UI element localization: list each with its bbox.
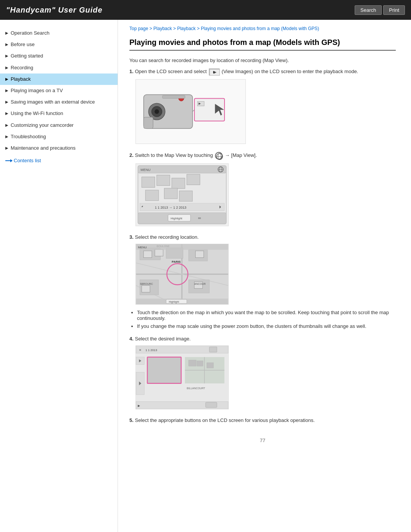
view-images-icon	[209, 69, 220, 75]
svg-text:1 1 2013: 1 1 2013	[145, 348, 157, 352]
map-globe-icon	[215, 152, 223, 160]
search-button[interactable]: Search	[355, 5, 382, 15]
sidebar-item-recording[interactable]: ▶ Recording	[0, 62, 118, 73]
sidebar-item-getting-started[interactable]: ▶ Getting started	[0, 50, 118, 62]
step-1: 1. Open the LCD screen and select (View …	[129, 69, 396, 145]
svg-text:MENU: MENU	[138, 246, 147, 249]
arrow-icon: ▶	[5, 53, 8, 59]
svg-rect-26	[187, 174, 200, 185]
step-1-text: 1. Open the LCD screen and select (View …	[129, 69, 396, 75]
step-2: 2. Switch to the Map View by touching → …	[129, 152, 396, 227]
diagram-1-camcorder	[135, 79, 396, 145]
svg-text:PARIS: PARIS	[172, 260, 181, 264]
arrow-icon: ▶	[5, 77, 8, 82]
svg-rect-8	[198, 101, 204, 106]
contents-list-link[interactable]: Contents list	[0, 154, 118, 166]
sidebar-item-before-use[interactable]: ▶ Before use	[0, 39, 118, 50]
svg-rect-24	[157, 175, 170, 186]
step-2-text: 2. Switch to the Map View by touching → …	[129, 152, 396, 160]
arrow-right-icon	[5, 160, 12, 161]
arrow-icon: ▶	[5, 134, 8, 139]
sidebar-item-maintenance[interactable]: ▶ Maintenance and precautions	[0, 142, 118, 154]
svg-rect-13	[162, 96, 185, 99]
sidebar-item-operation-search[interactable]: ▶ Operation Search	[0, 27, 118, 39]
bullet-2: If you change the map scale using the po…	[137, 323, 396, 329]
step-3: 3. Select the recording location.	[129, 234, 396, 329]
diagram-3-map: BOULONE PARIS ANCOUR SBROURC MENU Highli…	[135, 244, 396, 306]
svg-text:∞: ∞	[198, 216, 201, 220]
content-area: Top page > Playback > Playback > Playing…	[118, 20, 411, 532]
breadcrumb[interactable]: Top page > Playback > Playback > Playing…	[129, 26, 396, 31]
step-4-text: 4. Select the desired image.	[129, 336, 396, 342]
main-layout: ▶ Operation Search ▶ Before use ▶ Gettin…	[0, 20, 411, 532]
svg-point-5	[155, 109, 159, 114]
svg-rect-49	[143, 251, 152, 258]
svg-rect-27	[145, 190, 159, 201]
svg-rect-58	[136, 244, 228, 250]
diagram-4-selected: ✕ 1 1 2013	[135, 345, 396, 411]
header-buttons: Search Print	[355, 5, 405, 15]
svg-rect-11	[143, 117, 153, 129]
arrow-icon: ▶	[5, 123, 8, 128]
arrow-icon: ▶	[5, 42, 8, 47]
svg-text:ANCOUR: ANCOUR	[194, 283, 206, 285]
svg-rect-18	[138, 166, 226, 173]
svg-rect-28	[164, 188, 178, 199]
sidebar-item-troubleshooting[interactable]: ▶ Troubleshooting	[0, 131, 118, 142]
arrow-icon: ▶	[5, 88, 8, 93]
svg-rect-23	[142, 177, 155, 188]
arrow-icon: ▶	[5, 145, 8, 151]
svg-text:Highlight: Highlight	[169, 300, 179, 304]
sidebar: ▶ Operation Search ▶ Before use ▶ Gettin…	[0, 20, 118, 532]
bullet-1: Touch the direction on the map in which …	[137, 310, 396, 321]
arrow-icon: ▶	[5, 111, 8, 116]
svg-text:MENU: MENU	[140, 168, 150, 172]
arrow-icon: ▶	[5, 65, 8, 70]
arrow-icon: ▶	[5, 30, 8, 36]
svg-rect-51	[196, 251, 204, 258]
svg-rect-53	[142, 286, 150, 292]
page-title: Playing movies and photos from a map (Mo…	[129, 38, 396, 51]
svg-text:✕: ✕	[139, 348, 142, 352]
svg-rect-25	[172, 178, 185, 189]
step-5: 5. Select the appropriate buttons on the…	[129, 417, 396, 423]
step-5-text: 5. Select the appropriate buttons on the…	[129, 417, 396, 423]
sidebar-item-wifi[interactable]: ▶ Using the Wi-Fi function	[0, 108, 118, 119]
diagram-2-mapview: MENU 1 1 2013 → 1 2 2013	[135, 163, 396, 227]
svg-rect-81	[206, 402, 217, 407]
svg-text:Highlight: Highlight	[170, 217, 183, 220]
svg-rect-67	[209, 347, 217, 352]
svg-text:SBROURC: SBROURC	[140, 283, 153, 285]
svg-text:1 1 2013 → 1 2 2013: 1 1 2013 → 1 2 2013	[155, 206, 186, 209]
svg-rect-76	[189, 360, 196, 366]
svg-rect-77	[197, 361, 203, 366]
bullet-list: Touch the direction on the map in which …	[137, 310, 396, 329]
svg-rect-72	[147, 357, 181, 383]
arrow-icon: ▶	[5, 99, 8, 105]
svg-rect-0	[210, 69, 220, 75]
page-footer: 77	[129, 430, 396, 447]
svg-rect-29	[179, 191, 193, 201]
sidebar-item-playing-images-tv[interactable]: ▶ Playing images on a TV	[0, 85, 118, 96]
page-number: 77	[260, 438, 265, 443]
svg-text:▶: ▶	[138, 404, 140, 407]
sidebar-item-saving-images[interactable]: ▶ Saving images with an external device	[0, 96, 118, 108]
svg-text:BILLANCOURT: BILLANCOURT	[187, 387, 206, 390]
svg-rect-50	[155, 249, 163, 256]
intro-text: You can search for recorded images by lo…	[129, 58, 396, 63]
step-4: 4. Select the desired image. ✕ 1 1 2013	[129, 336, 396, 411]
header: "Handycam" User Guide Search Print	[0, 0, 411, 20]
print-button[interactable]: Print	[383, 5, 405, 15]
app-title: "Handycam" User Guide	[6, 6, 102, 14]
step-3-text: 3. Select the recording location.	[129, 234, 396, 240]
sidebar-item-customizing[interactable]: ▶ Customizing your camcorder	[0, 120, 118, 131]
sidebar-item-playback[interactable]: ▶ Playback	[0, 73, 118, 85]
svg-rect-78	[207, 363, 213, 368]
